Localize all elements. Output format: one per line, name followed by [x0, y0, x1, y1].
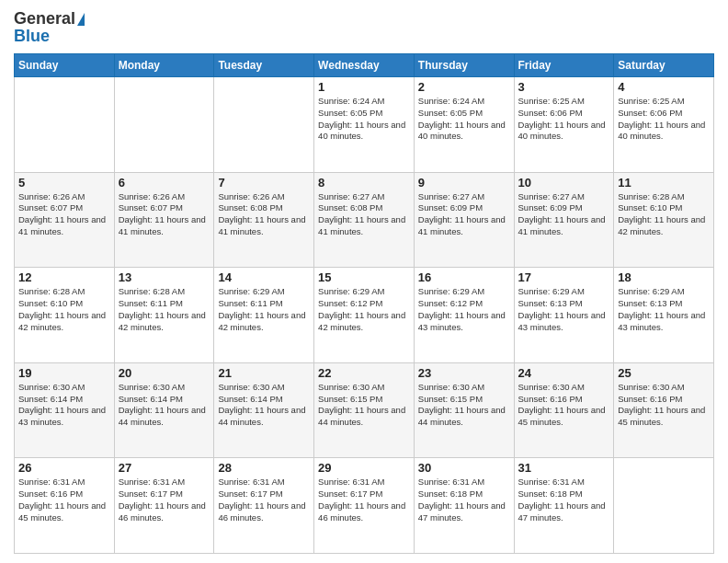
calendar-cell: 20Sunrise: 6:30 AM Sunset: 6:14 PM Dayli…	[114, 362, 214, 458]
week-row-2: 5Sunrise: 6:26 AM Sunset: 6:07 PM Daylig…	[15, 172, 714, 268]
calendar-cell: 18Sunrise: 6:29 AM Sunset: 6:13 PM Dayli…	[614, 268, 714, 363]
calendar-cell: 28Sunrise: 6:31 AM Sunset: 6:17 PM Dayli…	[214, 458, 314, 554]
day-info: Sunrise: 6:30 AM Sunset: 6:14 PM Dayligh…	[218, 382, 310, 429]
calendar-cell: 3Sunrise: 6:25 AM Sunset: 6:06 PM Daylig…	[514, 77, 614, 173]
logo-general-text: General	[14, 9, 75, 29]
day-info: Sunrise: 6:29 AM Sunset: 6:13 PM Dayligh…	[618, 286, 710, 333]
day-info: Sunrise: 6:31 AM Sunset: 6:18 PM Dayligh…	[418, 477, 510, 523]
logo: General Blue	[14, 9, 85, 46]
day-info: Sunrise: 6:24 AM Sunset: 6:05 PM Dayligh…	[418, 96, 510, 143]
col-header-wednesday: Wednesday	[314, 54, 415, 77]
day-number: 7	[218, 176, 310, 190]
calendar-cell: 6Sunrise: 6:26 AM Sunset: 6:07 PM Daylig…	[114, 172, 214, 268]
week-row-4: 19Sunrise: 6:30 AM Sunset: 6:14 PM Dayli…	[15, 362, 714, 458]
day-info: Sunrise: 6:30 AM Sunset: 6:16 PM Dayligh…	[618, 382, 710, 429]
day-number: 16	[418, 270, 510, 284]
calendar-cell: 10Sunrise: 6:27 AM Sunset: 6:09 PM Dayli…	[514, 172, 614, 268]
day-number: 26	[18, 461, 110, 475]
day-number: 20	[119, 366, 210, 380]
calendar-cell: 11Sunrise: 6:28 AM Sunset: 6:10 PM Dayli…	[614, 172, 714, 268]
calendar-cell: 16Sunrise: 6:29 AM Sunset: 6:12 PM Dayli…	[414, 268, 514, 363]
day-info: Sunrise: 6:26 AM Sunset: 6:07 PM Dayligh…	[119, 191, 210, 238]
day-number: 10	[518, 176, 610, 190]
day-number: 31	[518, 461, 610, 475]
calendar-cell: 14Sunrise: 6:29 AM Sunset: 6:11 PM Dayli…	[214, 268, 314, 363]
col-header-saturday: Saturday	[614, 54, 714, 77]
calendar-cell: 26Sunrise: 6:31 AM Sunset: 6:16 PM Dayli…	[15, 458, 115, 554]
calendar-cell: 30Sunrise: 6:31 AM Sunset: 6:18 PM Dayli…	[414, 458, 514, 554]
day-number: 25	[618, 366, 710, 380]
day-number: 5	[18, 176, 110, 190]
page: General Blue SundayMondayTuesdayWednesda…	[0, 0, 728, 563]
day-info: Sunrise: 6:30 AM Sunset: 6:14 PM Dayligh…	[119, 382, 210, 429]
day-number: 28	[218, 461, 310, 475]
logo-triangle-icon	[77, 13, 85, 26]
calendar-cell: 19Sunrise: 6:30 AM Sunset: 6:14 PM Dayli…	[15, 362, 115, 458]
calendar-cell: 13Sunrise: 6:28 AM Sunset: 6:11 PM Dayli…	[114, 268, 214, 363]
day-number: 8	[318, 176, 410, 190]
day-info: Sunrise: 6:31 AM Sunset: 6:17 PM Dayligh…	[218, 477, 310, 523]
day-info: Sunrise: 6:30 AM Sunset: 6:14 PM Dayligh…	[18, 382, 110, 429]
calendar-cell: 9Sunrise: 6:27 AM Sunset: 6:09 PM Daylig…	[414, 172, 514, 268]
col-header-sunday: Sunday	[15, 54, 115, 77]
day-number: 17	[518, 270, 610, 284]
day-info: Sunrise: 6:28 AM Sunset: 6:10 PM Dayligh…	[618, 191, 710, 238]
calendar-cell: 25Sunrise: 6:30 AM Sunset: 6:16 PM Dayli…	[614, 362, 714, 458]
day-info: Sunrise: 6:24 AM Sunset: 6:05 PM Dayligh…	[318, 96, 410, 143]
day-info: Sunrise: 6:31 AM Sunset: 6:16 PM Dayligh…	[18, 477, 110, 523]
calendar-cell: 8Sunrise: 6:27 AM Sunset: 6:08 PM Daylig…	[314, 172, 415, 268]
day-number: 6	[119, 176, 210, 190]
logo-blue-text: Blue	[14, 27, 50, 46]
day-info: Sunrise: 6:29 AM Sunset: 6:11 PM Dayligh…	[218, 286, 310, 333]
day-number: 3	[518, 80, 610, 94]
calendar-cell: 17Sunrise: 6:29 AM Sunset: 6:13 PM Dayli…	[514, 268, 614, 363]
day-info: Sunrise: 6:27 AM Sunset: 6:08 PM Dayligh…	[318, 191, 410, 238]
day-number: 29	[318, 461, 410, 475]
day-info: Sunrise: 6:27 AM Sunset: 6:09 PM Dayligh…	[418, 191, 510, 238]
day-number: 11	[618, 176, 710, 190]
day-info: Sunrise: 6:25 AM Sunset: 6:06 PM Dayligh…	[618, 96, 710, 143]
day-info: Sunrise: 6:30 AM Sunset: 6:15 PM Dayligh…	[418, 382, 510, 429]
day-number: 24	[518, 366, 610, 380]
calendar-cell: 31Sunrise: 6:31 AM Sunset: 6:18 PM Dayli…	[514, 458, 614, 554]
calendar-cell: 15Sunrise: 6:29 AM Sunset: 6:12 PM Dayli…	[314, 268, 415, 363]
col-header-monday: Monday	[114, 54, 214, 77]
day-number: 30	[418, 461, 510, 475]
calendar-cell: 27Sunrise: 6:31 AM Sunset: 6:17 PM Dayli…	[114, 458, 214, 554]
day-number: 22	[318, 366, 410, 380]
week-row-3: 12Sunrise: 6:28 AM Sunset: 6:10 PM Dayli…	[15, 268, 714, 363]
day-number: 13	[119, 270, 210, 284]
calendar-cell: 12Sunrise: 6:28 AM Sunset: 6:10 PM Dayli…	[15, 268, 115, 363]
day-info: Sunrise: 6:30 AM Sunset: 6:15 PM Dayligh…	[318, 382, 410, 429]
day-info: Sunrise: 6:25 AM Sunset: 6:06 PM Dayligh…	[518, 96, 610, 143]
day-info: Sunrise: 6:26 AM Sunset: 6:07 PM Dayligh…	[18, 191, 110, 238]
calendar-cell: 21Sunrise: 6:30 AM Sunset: 6:14 PM Dayli…	[214, 362, 314, 458]
day-number: 14	[218, 270, 310, 284]
calendar-cell: 29Sunrise: 6:31 AM Sunset: 6:17 PM Dayli…	[314, 458, 415, 554]
calendar-cell: 22Sunrise: 6:30 AM Sunset: 6:15 PM Dayli…	[314, 362, 415, 458]
calendar-header-row: SundayMondayTuesdayWednesdayThursdayFrid…	[15, 54, 714, 77]
day-info: Sunrise: 6:26 AM Sunset: 6:08 PM Dayligh…	[218, 191, 310, 238]
day-info: Sunrise: 6:31 AM Sunset: 6:18 PM Dayligh…	[518, 477, 610, 523]
day-info: Sunrise: 6:31 AM Sunset: 6:17 PM Dayligh…	[318, 477, 410, 523]
day-number: 9	[418, 176, 510, 190]
day-number: 23	[418, 366, 510, 380]
day-number: 12	[18, 270, 110, 284]
day-number: 27	[119, 461, 210, 475]
calendar-cell: 7Sunrise: 6:26 AM Sunset: 6:08 PM Daylig…	[214, 172, 314, 268]
day-number: 18	[618, 270, 710, 284]
col-header-friday: Friday	[514, 54, 614, 77]
day-info: Sunrise: 6:29 AM Sunset: 6:12 PM Dayligh…	[318, 286, 410, 333]
day-number: 1	[318, 80, 410, 94]
calendar-cell: 23Sunrise: 6:30 AM Sunset: 6:15 PM Dayli…	[414, 362, 514, 458]
calendar-cell: 24Sunrise: 6:30 AM Sunset: 6:16 PM Dayli…	[514, 362, 614, 458]
day-info: Sunrise: 6:29 AM Sunset: 6:12 PM Dayligh…	[418, 286, 510, 333]
day-info: Sunrise: 6:28 AM Sunset: 6:10 PM Dayligh…	[18, 286, 110, 333]
calendar-cell: 5Sunrise: 6:26 AM Sunset: 6:07 PM Daylig…	[15, 172, 115, 268]
col-header-thursday: Thursday	[414, 54, 514, 77]
day-info: Sunrise: 6:27 AM Sunset: 6:09 PM Dayligh…	[518, 191, 610, 238]
day-info: Sunrise: 6:30 AM Sunset: 6:16 PM Dayligh…	[518, 382, 610, 429]
day-info: Sunrise: 6:31 AM Sunset: 6:17 PM Dayligh…	[119, 477, 210, 523]
day-number: 2	[418, 80, 510, 94]
header: General Blue	[14, 9, 714, 46]
